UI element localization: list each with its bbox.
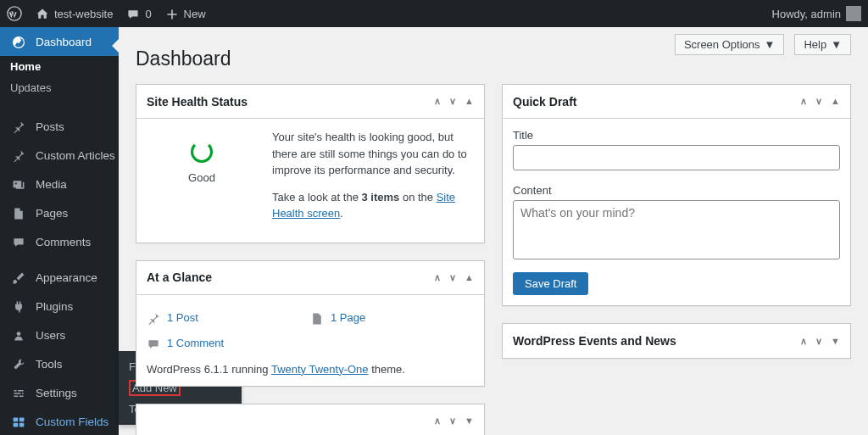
order-up-icon[interactable]: ∧ bbox=[434, 272, 441, 283]
draft-title-input[interactable] bbox=[513, 145, 840, 170]
sidebar-item-comments[interactable]: Comments bbox=[0, 227, 119, 256]
avatar bbox=[846, 6, 861, 21]
draft-content-textarea[interactable] bbox=[513, 200, 840, 259]
comment-icon bbox=[126, 6, 140, 21]
new-label: New bbox=[184, 8, 206, 20]
menu-label: Posts bbox=[36, 120, 64, 133]
comment-icon bbox=[147, 336, 160, 351]
wrench-icon bbox=[10, 356, 27, 371]
site-link[interactable]: test-website bbox=[29, 0, 120, 27]
menu-label: Users bbox=[36, 329, 65, 342]
current-menu-pointer bbox=[112, 39, 119, 53]
sidebar-item-custom-articles[interactable]: Custom Articles bbox=[0, 141, 119, 170]
dashboard-submenu: Home Updates bbox=[0, 56, 119, 105]
sidebar-item-appearance[interactable]: Appearance bbox=[0, 263, 119, 292]
order-down-icon[interactable]: ∨ bbox=[815, 96, 822, 107]
submenu-updates[interactable]: Updates bbox=[0, 77, 119, 98]
home-icon bbox=[36, 6, 49, 21]
order-up-icon[interactable]: ∧ bbox=[800, 336, 807, 347]
menu-label: Media bbox=[36, 178, 67, 191]
order-down-icon[interactable]: ∨ bbox=[815, 336, 822, 347]
order-up-icon[interactable]: ∧ bbox=[434, 96, 441, 107]
glance-posts[interactable]: 1 Post bbox=[147, 305, 310, 331]
caret-down-icon: ▼ bbox=[831, 38, 842, 51]
page-icon bbox=[310, 310, 324, 326]
glance-version: WordPress 6.1.1 running Twenty Twenty-On… bbox=[147, 356, 474, 376]
svg-point-0 bbox=[8, 7, 21, 20]
toggle-panel-icon[interactable]: ▲ bbox=[465, 96, 474, 107]
site-health-title: Site Health Status bbox=[147, 95, 248, 109]
custom-fields-icon bbox=[10, 414, 27, 429]
sidebar-item-media[interactable]: Media bbox=[0, 170, 119, 198]
health-cta: Take a look at the 3 items on the Site H… bbox=[272, 189, 474, 222]
toggle-panel-icon[interactable]: ▼ bbox=[831, 336, 840, 347]
sidebar-item-plugins[interactable]: Plugins bbox=[0, 292, 119, 321]
sidebar-item-settings[interactable]: Settings bbox=[0, 378, 119, 407]
submenu-home[interactable]: Home bbox=[0, 56, 119, 77]
plus-icon bbox=[165, 6, 179, 21]
menu-label: Appearance bbox=[36, 271, 97, 284]
draft-title-label: Title bbox=[513, 129, 840, 142]
media-icon bbox=[10, 176, 27, 192]
order-up-icon[interactable]: ∧ bbox=[800, 96, 807, 107]
health-description: Your site's health is looking good, but … bbox=[272, 129, 474, 179]
sliders-icon bbox=[10, 385, 27, 400]
glance-title: At a Glance bbox=[147, 270, 212, 284]
wp-logo[interactable] bbox=[0, 0, 29, 27]
menu-label: Dashboard bbox=[36, 36, 92, 48]
dashboard-icon bbox=[10, 34, 27, 49]
pushpin-icon bbox=[10, 148, 27, 163]
svg-point-3 bbox=[17, 332, 21, 336]
toggle-panel-icon[interactable]: ▲ bbox=[465, 272, 474, 283]
order-down-icon[interactable]: ∨ bbox=[449, 415, 456, 427]
pushpin-icon bbox=[10, 119, 27, 134]
sidebar-item-pages[interactable]: Pages bbox=[0, 198, 119, 227]
menu-label: Comments bbox=[36, 236, 91, 248]
sidebar-item-tools[interactable]: Tools bbox=[0, 349, 119, 378]
order-down-icon[interactable]: ∨ bbox=[449, 272, 456, 283]
sidebar-item-posts[interactable]: Posts bbox=[0, 112, 119, 141]
theme-link[interactable]: Twenty Twenty-One bbox=[271, 363, 369, 376]
toggle-panel-icon[interactable]: ▼ bbox=[465, 415, 474, 427]
site-health-box: Site Health Status ∧ ∨ ▲ Good Your site'… bbox=[136, 84, 485, 243]
toggle-panel-icon[interactable]: ▲ bbox=[831, 96, 840, 107]
menu-label: Custom Articles bbox=[36, 149, 115, 162]
comment-count: 0 bbox=[145, 8, 151, 20]
site-health-indicator: Good bbox=[147, 129, 257, 184]
menu-label: Settings bbox=[36, 387, 77, 399]
glance-pages[interactable]: 1 Page bbox=[310, 305, 474, 331]
at-a-glance-box: At a Glance ∧ ∨ ▲ 1 Post bbox=[136, 260, 485, 387]
greeting-label: Howdy, admin bbox=[772, 8, 841, 20]
health-status-label: Good bbox=[188, 171, 215, 184]
caret-down-icon: ▼ bbox=[765, 38, 776, 51]
events-news-title: WordPress Events and News bbox=[513, 334, 676, 348]
new-content[interactable]: New bbox=[159, 0, 213, 27]
svg-rect-6 bbox=[14, 423, 19, 427]
svg-rect-4 bbox=[14, 417, 19, 421]
comment-icon bbox=[10, 234, 27, 249]
sidebar-item-dashboard[interactable]: Dashboard bbox=[0, 27, 119, 56]
glance-comments[interactable]: 1 Comment bbox=[147, 331, 310, 356]
quick-draft-box: Quick Draft ∧ ∨ ▲ Title Content Save Dra… bbox=[502, 84, 851, 306]
account-menu[interactable]: Howdy, admin bbox=[765, 0, 868, 27]
user-icon bbox=[10, 327, 27, 343]
screen-options-button[interactable]: Screen Options ▼ bbox=[675, 34, 784, 55]
main-content: Screen Options ▼ Help ▼ Dashboard Site H… bbox=[119, 27, 868, 435]
menu-label: Plugins bbox=[36, 300, 73, 313]
order-up-icon[interactable]: ∧ bbox=[434, 415, 441, 427]
events-news-box: WordPress Events and News ∧ ∨ ▼ bbox=[502, 323, 851, 359]
svg-rect-5 bbox=[19, 417, 25, 421]
comments-link[interactable]: 0 bbox=[120, 0, 158, 27]
menu-label: Custom Fields bbox=[36, 415, 108, 428]
order-down-icon[interactable]: ∨ bbox=[449, 96, 456, 107]
sidebar-item-users[interactable]: Users bbox=[0, 321, 119, 349]
help-label: Help bbox=[804, 38, 826, 51]
svg-rect-7 bbox=[19, 423, 25, 427]
brush-icon bbox=[10, 270, 27, 285]
pushpin-icon bbox=[147, 310, 160, 326]
site-name-label: test-website bbox=[54, 8, 113, 20]
sidebar-item-custom-fields[interactable]: Custom Fields bbox=[0, 407, 119, 435]
help-button[interactable]: Help ▼ bbox=[794, 34, 851, 55]
save-draft-button[interactable]: Save Draft bbox=[513, 272, 588, 295]
admin-toolbar: test-website 0 New Howdy, admin bbox=[0, 0, 868, 27]
